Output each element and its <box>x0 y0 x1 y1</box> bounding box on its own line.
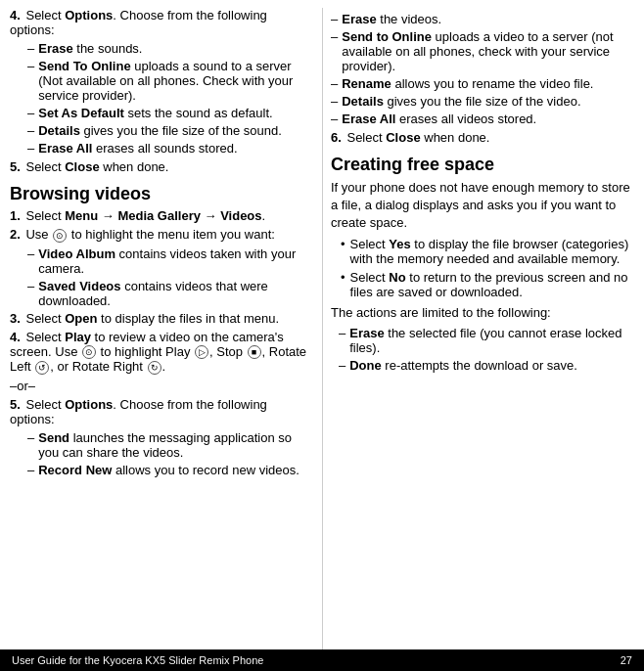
item-6-text: Select Close when done. <box>346 130 489 145</box>
browsing-item-2: 2. Use ⊙ to highlight the menu item you … <box>10 227 310 243</box>
item-4: 4. Select Options. Choose from the follo… <box>10 8 310 37</box>
creating-free-space-heading: Creating free space <box>331 155 634 175</box>
browsing-item-4-num: 4. <box>10 330 21 344</box>
action-subitem-1: – Erase the selected file (you cannot er… <box>339 326 634 355</box>
or-separator: –or– <box>10 379 310 393</box>
item-4-text: Select <box>25 8 65 22</box>
browsing-item-4: 4. Select Play to review a video on the … <box>10 330 310 375</box>
footer-left-text: User Guide for the Kyocera KX5 Slider Re… <box>12 654 263 666</box>
browsing-item-1-text: Select Menu → Media Gallery → Videos. <box>25 208 265 223</box>
rotate-left-icon: ↺ <box>35 361 49 375</box>
footer-bar: User Guide for the Kyocera KX5 Slider Re… <box>0 649 644 671</box>
subitems-4: – Erase the sounds. – Send To Online upl… <box>27 41 310 156</box>
actions-text: The actions are limited to the following… <box>331 304 634 322</box>
footer-page-number: 27 <box>621 654 632 666</box>
bullet-sym-1: • <box>341 237 345 251</box>
right-column: – Erase the videos. – Send to Online upl… <box>322 8 634 649</box>
right-subitems-top: – Erase the videos. – Send to Online upl… <box>331 12 634 126</box>
right-subitem-2: – Send to Online uploads a video to a se… <box>331 29 634 73</box>
browsing-subitem-2-2: – Saved Videos contains videos that were… <box>27 279 310 308</box>
browsing-subitem-5-2: – Record New allows you to record new vi… <box>27 463 310 477</box>
browsing-videos-heading: Browsing videos <box>10 184 310 204</box>
subitem-4-3: – Set As Default sets the sound as defau… <box>27 106 310 120</box>
browsing-item-2-num: 2. <box>10 227 21 242</box>
action-subitems: – Erase the selected file (you cannot er… <box>339 326 634 373</box>
item-4-bold: Options <box>65 8 113 22</box>
browsing-subitem-2-1: – Video Album contains videos taken with… <box>27 246 310 276</box>
browsing-item-4-text: Select Play to review a video on the cam… <box>10 330 306 375</box>
browsing-item-5: 5. Select Options. Choose from the follo… <box>10 397 310 426</box>
browsing-item-1-num: 1. <box>10 208 21 223</box>
browsing-item-3-text: Select Open to display the files in that… <box>25 311 279 326</box>
right-subitem-5: – Erase All erases all videos stored. <box>331 112 634 126</box>
item-6-num: 6. <box>331 130 342 145</box>
bullet-item-2: • Select No to return to the previous sc… <box>341 270 634 299</box>
item-5-num: 5. <box>10 159 21 174</box>
subitem-4-1: – Erase the sounds. <box>27 41 310 56</box>
stop-icon: ■ <box>248 345 261 359</box>
content-area: 4. Select Options. Choose from the follo… <box>0 0 644 649</box>
bullet-content-2: Select No to return to the previous scre… <box>350 270 634 299</box>
play-icon: ▷ <box>195 345 208 359</box>
item-4-num: 4. <box>10 8 21 22</box>
bullet-item-1: • Select Yes to display the file browser… <box>341 237 634 266</box>
browsing-subitems-2: – Video Album contains videos taken with… <box>27 246 310 308</box>
right-subitem-3: – Rename allows you to rename the video … <box>331 76 634 91</box>
browsing-item-2-text: Use ⊙ to highlight the menu item you wan… <box>25 227 274 242</box>
bullet-sym-2: • <box>341 270 345 285</box>
item-5-text: Select Close when done. <box>25 159 168 174</box>
browsing-subitems-5: – Send launches the messaging applicatio… <box>27 430 310 477</box>
browsing-item-5-text: Select Options. Choose from the followin… <box>10 397 267 426</box>
browsing-item-5-num: 5. <box>10 397 21 412</box>
right-subitem-4: – Details gives you the file size of the… <box>331 94 634 109</box>
browsing-item-3: 3. Select Open to display the files in t… <box>10 311 310 326</box>
item-6: 6. Select Close when done. <box>331 130 634 145</box>
nav-icon-4a: ⊙ <box>82 345 96 359</box>
browsing-item-3-num: 3. <box>10 311 21 326</box>
page-container: 4. Select Options. Choose from the follo… <box>0 0 644 671</box>
browsing-subitem-5-1: – Send launches the messaging applicatio… <box>27 430 310 460</box>
browsing-item-1: 1. Select Menu → Media Gallery → Videos. <box>10 208 310 223</box>
nav-icon-2: ⊙ <box>53 229 67 243</box>
item-5: 5. Select Close when done. <box>10 159 310 174</box>
subitem-4-4: – Details gives you the file size of the… <box>27 123 310 138</box>
creating-free-space-intro: If your phone does not have enough memor… <box>331 179 634 233</box>
bullet-content-1: Select Yes to display the file browser (… <box>350 237 634 266</box>
rotate-right-icon: ↻ <box>148 361 161 375</box>
bullet-list: • Select Yes to display the file browser… <box>341 237 634 299</box>
subitem-4-2: – Send To Online uploads a sound to a se… <box>27 59 310 103</box>
action-subitem-2: – Done re-attempts the download or save. <box>339 358 634 373</box>
left-column: 4. Select Options. Choose from the follo… <box>10 8 322 649</box>
right-subitem-1: – Erase the videos. <box>331 12 634 26</box>
subitem-4-5: – Erase All erases all sounds stored. <box>27 141 310 156</box>
